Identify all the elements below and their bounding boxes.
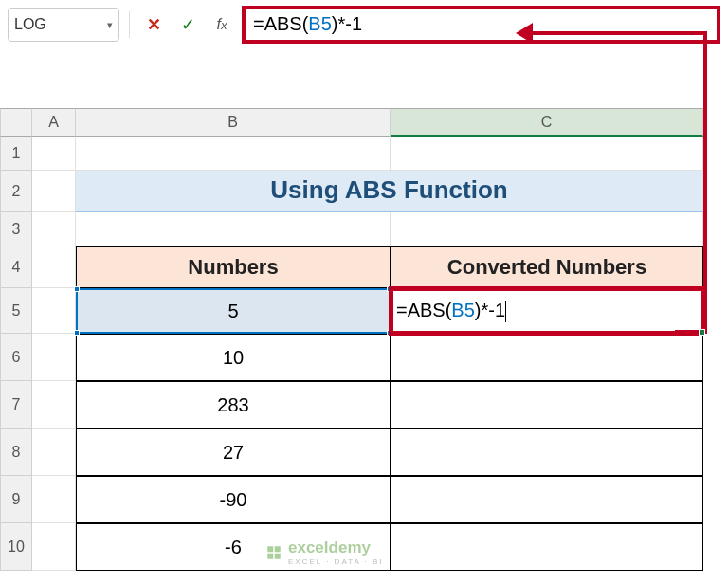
cell-c10[interactable] [391,523,703,571]
divider [129,11,130,38]
column-headers: A B C [0,108,728,137]
cell-b8[interactable]: 27 [76,429,391,476]
cell-c5-formula: =ABS(B5)*-1 [392,300,506,322]
cell-b6[interactable]: 10 [76,334,391,381]
chevron-down-icon[interactable]: ▾ [107,19,113,31]
grid-row: 1 [0,137,728,171]
grid-row: 2 Using ABS Function [0,171,728,212]
cell-a5[interactable] [32,288,76,334]
enter-icon[interactable]: ✓ [173,10,202,39]
grid-row: 4 Numbers Converted Numbers [0,246,728,288]
fill-handle[interactable] [699,329,705,336]
cell-a4[interactable] [32,246,76,288]
cell-c6[interactable] [391,334,703,381]
annotation-arrow [525,31,705,35]
grid-row: 5 5 =ABS(B5)*-1 [0,288,728,334]
cell-a9[interactable] [32,476,76,523]
cell-b5[interactable]: 5 [76,288,391,334]
fx-icon[interactable]: fx [208,10,236,39]
cell-c3[interactable] [391,212,703,246]
cell-a1[interactable] [32,137,76,171]
cell-c5-editing[interactable]: =ABS(B5)*-1 [391,288,703,334]
cell-a6[interactable] [32,334,76,381]
watermark-sub: EXCEL · DATA · BI [288,557,384,566]
row-header-1[interactable]: 1 [0,137,32,171]
select-all-corner[interactable] [0,108,32,137]
exceldemy-logo-icon [265,544,282,561]
grid-row: 8 27 [0,429,728,476]
name-box-text: LOG [14,16,46,33]
col-header-a[interactable]: A [32,108,76,137]
cell-b7[interactable]: 283 [76,381,391,429]
cell-c9[interactable] [391,476,703,523]
cell-b3[interactable] [76,212,391,246]
col-header-c[interactable]: C [391,108,703,137]
cell-a10[interactable] [32,523,76,571]
row-header-2[interactable]: 2 [0,171,32,212]
formula-bar-area: LOG ▾ ✕ ✓ fx =ABS(B5)*-1 [0,0,728,49]
header-numbers-cell[interactable]: Numbers [76,246,391,288]
cell-a8[interactable] [32,429,76,476]
grid-row: 9 -90 [0,476,728,523]
row-header-8[interactable]: 8 [0,429,32,476]
selection-handle[interactable] [74,330,80,336]
cell-c1[interactable] [391,137,703,171]
col-header-b[interactable]: B [76,108,391,137]
grid-row: 6 10 [0,334,728,381]
watermark-brand: exceldemy [288,538,384,557]
formula-bar-input[interactable]: =ABS(B5)*-1 [242,6,720,44]
header-converted-cell[interactable]: Converted Numbers [391,246,703,288]
cell-b1[interactable] [76,137,391,171]
row-header-3[interactable]: 3 [0,212,32,246]
row-header-5[interactable]: 5 [0,288,32,334]
grid: 1 2 Using ABS Function 3 4 Numbers Conve… [0,137,728,571]
merged-title-cell[interactable]: Using ABS Function [76,171,703,212]
formula-text: =ABS(B5)*-1 [253,13,362,34]
row-header-9[interactable]: 9 [0,476,32,523]
cell-a3[interactable] [32,212,76,246]
cell-a7[interactable] [32,381,76,429]
grid-row: 7 283 [0,381,728,429]
cell-b9[interactable]: -90 [76,476,391,523]
row-header-6[interactable]: 6 [0,334,32,381]
row-header-10[interactable]: 10 [0,523,32,571]
cell-b5-value: 5 [228,301,238,322]
cancel-icon[interactable]: ✕ [139,10,168,39]
row-header-4[interactable]: 4 [0,246,32,288]
grid-row: 3 [0,212,728,246]
name-box[interactable]: LOG ▾ [8,8,119,42]
cell-c8[interactable] [391,429,703,476]
annotation-arrow-head [516,23,533,44]
selection-handle[interactable] [74,286,80,292]
cell-c7[interactable] [391,381,703,429]
row-header-7[interactable]: 7 [0,381,32,429]
cell-a2[interactable] [32,171,76,212]
watermark: exceldemy EXCEL · DATA · BI [265,538,384,566]
